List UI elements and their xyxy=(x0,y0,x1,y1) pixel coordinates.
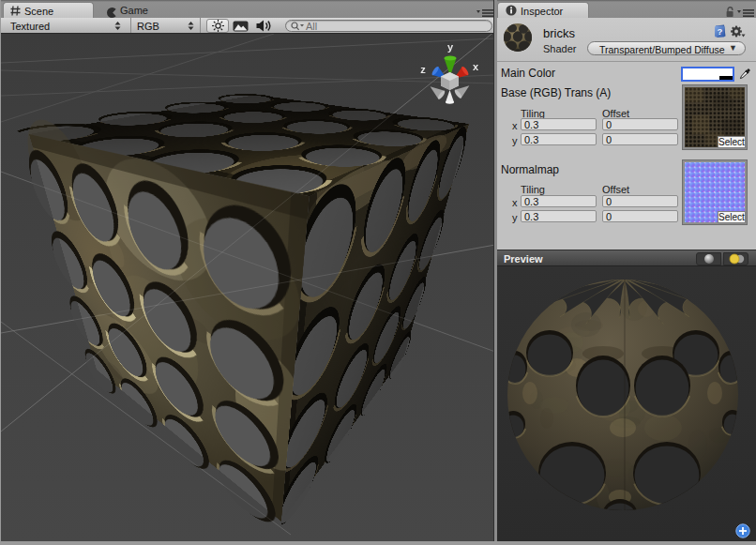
svg-text:?: ? xyxy=(717,26,722,37)
svg-text:x: x xyxy=(473,61,479,72)
svg-text:y: y xyxy=(447,41,454,53)
svg-text:z: z xyxy=(420,64,426,75)
